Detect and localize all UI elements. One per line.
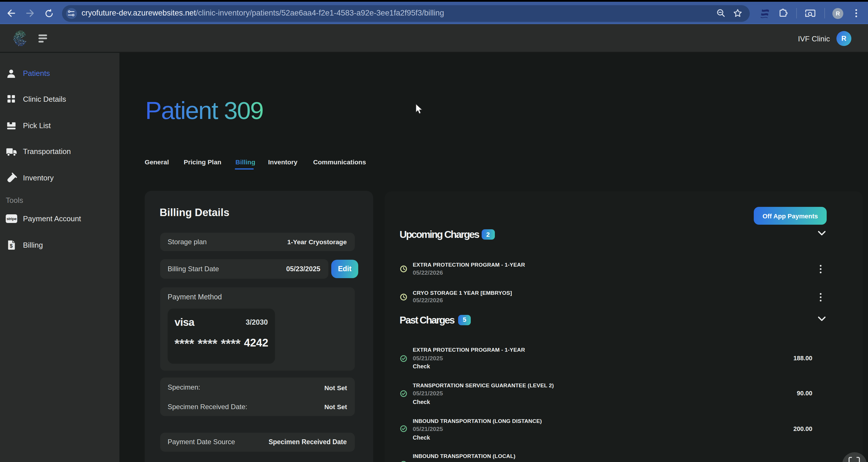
- svg-text:$: $: [9, 243, 12, 249]
